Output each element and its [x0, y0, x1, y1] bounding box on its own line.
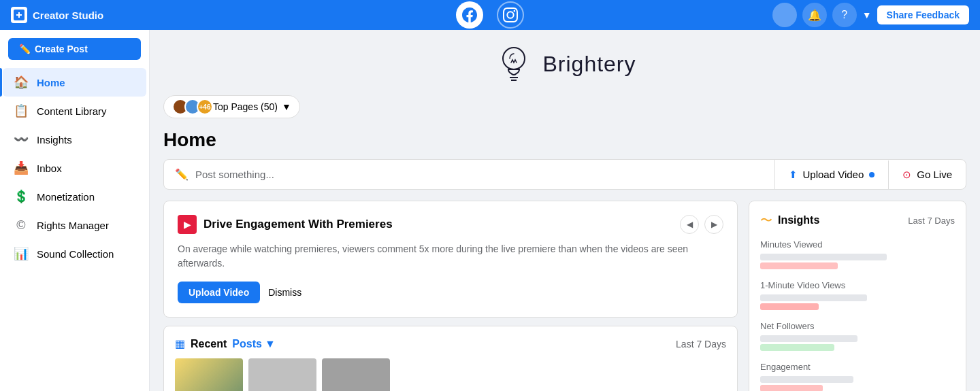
post-input-area[interactable]: ✏️ Post something... — [164, 160, 775, 189]
sound-collection-icon: 📊 — [14, 246, 29, 261]
insights-trend-icon: 〜 — [760, 212, 772, 228]
card-title-row: ▶ Drive Engagement With Premieres — [178, 215, 393, 234]
card-nav: ◀ ▶ — [680, 215, 723, 234]
page-title: Home — [163, 129, 966, 151]
go-live-label: Go Live — [917, 169, 952, 180]
engagement-card: ▶ Drive Engagement With Premieres ◀ ▶ On… — [163, 201, 738, 318]
post-edit-icon: ✏️ — [175, 168, 189, 181]
facebook-platform-btn[interactable] — [456, 1, 483, 29]
metric-views-bars — [760, 294, 955, 310]
monetization-icon: 💲 — [14, 189, 29, 204]
page-avatar-count: +46 — [197, 99, 213, 115]
create-post-label: Create Post — [35, 44, 88, 54]
brightery-name: Brightery — [542, 52, 636, 77]
sidebar-item-inbox[interactable]: 📥 Inbox — [3, 154, 146, 182]
create-post-button[interactable]: ✏️ Create Post — [8, 38, 141, 60]
upload-video-label: Upload Video — [803, 169, 864, 180]
card-header: ▶ Drive Engagement With Premieres ◀ ▶ — [178, 215, 723, 234]
top-pages-label: Top Pages (50) — [213, 101, 278, 112]
sidebar-item-rights-manager[interactable]: ©️ Rights Manager — [3, 211, 146, 239]
metric-bar-gray-3 — [760, 335, 858, 342]
go-live-btn[interactable]: ⊙ Go Live — [889, 160, 966, 189]
card-next-btn[interactable]: ▶ — [704, 215, 723, 234]
recent-period: Last 7 Days — [676, 339, 726, 350]
recent-title: Recent — [191, 338, 227, 350]
insights-header: 〜 Insights Last 7 Days — [760, 212, 955, 228]
sidebar-home-label: Home — [37, 77, 65, 88]
top-pages-chevron: ▼ — [282, 101, 291, 112]
upload-video-btn[interactable]: ⬆ Upload Video — [775, 160, 889, 189]
main-content: Brightery +46 Top Pages (50) ▼ Home ✏️ — [150, 30, 980, 391]
engagement-card-title: Drive Engagement With Premieres — [203, 218, 393, 231]
recent-icon: ▦ — [175, 337, 185, 350]
nav-avatar[interactable] — [772, 3, 797, 27]
nav-chevron-btn[interactable]: ▼ — [862, 10, 872, 20]
platform-switcher — [456, 1, 524, 29]
rights-manager-icon: ©️ — [14, 218, 29, 233]
recent-posts-label: Posts — [232, 338, 262, 350]
metric-engagement: Engagement — [760, 362, 955, 391]
recent-posts-card: ▦ Recent Posts ▼ Last 7 Days — [163, 326, 738, 391]
app-logo: Creator Studio — [11, 7, 103, 23]
metric-bar-red — [760, 262, 838, 269]
top-pages-btn[interactable]: +46 Top Pages (50) ▼ — [163, 95, 300, 118]
insights-title-row: 〜 Insights — [760, 212, 819, 228]
card-dismiss-btn[interactable]: Dismiss — [268, 287, 301, 298]
metric-engagement-label: Engagement — [760, 362, 955, 372]
page-avatars: +46 — [172, 99, 209, 115]
metric-minutes-label: Minutes Viewed — [760, 239, 955, 250]
post-thumb-2[interactable] — [248, 358, 316, 391]
sidebar-monetization-label: Monetization — [37, 191, 95, 203]
golive-icon: ⊙ — [902, 169, 911, 181]
content-grid: ▶ Drive Engagement With Premieres ◀ ▶ On… — [163, 201, 966, 391]
recent-posts-chevron: ▼ — [265, 338, 276, 350]
metric-followers-bars — [760, 335, 955, 351]
metric-minutes-viewed: Minutes Viewed — [760, 239, 955, 269]
action-bar: ✏️ Post something... ⬆ Upload Video ⊙ Go… — [163, 159, 966, 190]
engagement-card-body: On average while watching premieres, vie… — [178, 242, 723, 271]
brightery-bulb-icon — [493, 44, 534, 84]
metric-minutes-bars — [760, 254, 955, 269]
card-actions: Upload Video Dismiss — [178, 282, 723, 303]
home-icon: 🏠 — [14, 75, 29, 90]
post-thumb-1[interactable] — [175, 358, 243, 391]
metric-bar-gray — [760, 254, 887, 260]
recent-title-row: ▦ Recent Posts ▼ — [175, 337, 276, 350]
top-nav: Creator Studio 🔔 ? ▼ Share Feedback — [0, 0, 980, 30]
notifications-btn[interactable]: 🔔 — [802, 3, 827, 27]
metric-video-views: 1-Minute Video Views — [760, 280, 955, 310]
page-header: +46 Top Pages (50) ▼ — [163, 95, 966, 118]
metric-bar-green — [760, 344, 834, 351]
sidebar-sound-label: Sound Collection — [37, 248, 114, 260]
post-thumbnails — [175, 358, 726, 391]
metric-bar-gray-4 — [760, 376, 853, 383]
card-upload-btn[interactable]: Upload Video — [178, 282, 260, 303]
sidebar-item-insights[interactable]: 〰️ Insights — [3, 125, 146, 154]
upload-dot — [869, 172, 875, 177]
share-feedback-btn[interactable]: Share Feedback — [877, 5, 969, 24]
sidebar-item-sound-collection[interactable]: 📊 Sound Collection — [3, 239, 146, 268]
sidebar-item-home[interactable]: 🏠 Home — [3, 68, 146, 97]
sidebar-item-monetization[interactable]: 💲 Monetization — [3, 182, 146, 211]
sidebar-insights-label: Insights — [37, 134, 72, 146]
sidebar-rights-label: Rights Manager — [37, 220, 109, 231]
svg-point-1 — [503, 48, 525, 69]
post-thumb-3[interactable] — [322, 358, 390, 391]
edit-icon: ✏️ — [19, 44, 31, 54]
metric-bar-red-2 — [760, 303, 819, 310]
post-placeholder: Post something... — [195, 169, 274, 180]
sidebar-item-content-library[interactable]: 📋 Content Library — [3, 97, 146, 125]
metric-bar-gray-2 — [760, 294, 867, 301]
nav-right: 🔔 ? ▼ Share Feedback — [772, 3, 969, 27]
left-column: ▶ Drive Engagement With Premieres ◀ ▶ On… — [163, 201, 738, 391]
recent-posts-dropdown-btn[interactable]: Posts ▼ — [232, 338, 275, 350]
upload-icon: ⬆ — [789, 169, 798, 181]
card-prev-btn[interactable]: ◀ — [680, 215, 699, 234]
instagram-platform-btn[interactable] — [497, 1, 524, 29]
insights-title: Insights — [778, 214, 819, 226]
sidebar: ✏️ Create Post 🏠 Home 📋 Content Library … — [0, 30, 150, 391]
insights-icon: 〰️ — [14, 132, 29, 147]
metric-bar-red-3 — [760, 385, 823, 391]
recent-header: ▦ Recent Posts ▼ Last 7 Days — [175, 337, 726, 350]
help-btn[interactable]: ? — [832, 3, 857, 27]
